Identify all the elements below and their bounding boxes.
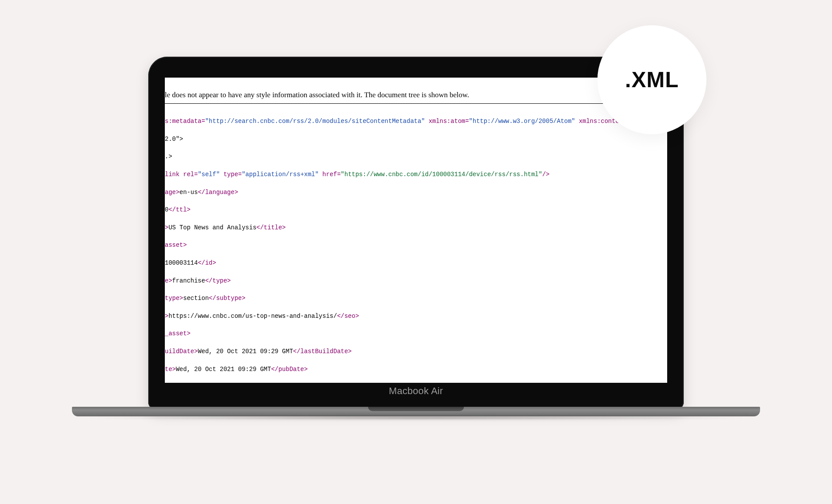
xml-asset-open: asset> xyxy=(165,241,667,249)
browser-no-style-notice: le does not appear to have any style inf… xyxy=(165,86,667,104)
xml-channel-pubdate: te>Wed, 20 Oct 2021 09:29 GMT</pubDate> xyxy=(165,365,667,374)
laptop-lid: le does not appear to have any style inf… xyxy=(148,57,684,410)
xml-asset-subtype: type>section</subtype> xyxy=(165,294,667,303)
xml-asset-type: e>franchise</type> xyxy=(165,276,667,285)
xml-version: 2.0"> xyxy=(165,135,667,143)
xml-ttl: 0</ttl> xyxy=(165,205,667,214)
xml-root-ns: s:metadata="http://search.cnbc.com/rss/2… xyxy=(165,117,667,126)
xml-asset-close: _asset> xyxy=(165,329,667,338)
laptop-mock: le does not appear to have any style inf… xyxy=(148,57,684,421)
xml-atom-link: link rel="self" type="application/rss+xm… xyxy=(165,170,667,179)
xml-asset-id: 100003114</id> xyxy=(165,259,667,267)
xml-lastbuild: uildDate>Wed, 20 Oct 2021 09:29 GMT</las… xyxy=(165,347,667,356)
laptop-shadow xyxy=(68,415,764,420)
laptop-chin-label: Macbook Air xyxy=(389,385,443,397)
xml-document: le does not appear to have any style inf… xyxy=(165,78,667,383)
xml-asset-seo: >https://www.cnbc.com/us-top-news-and-an… xyxy=(165,312,667,320)
laptop-screen: le does not appear to have any style inf… xyxy=(165,78,667,383)
stage: .XML le does not appear to have any styl… xyxy=(0,0,832,504)
laptop-base xyxy=(72,407,760,416)
xml-language: age>en-us</language> xyxy=(165,188,667,197)
xml-blank-close: .> xyxy=(165,152,667,161)
xml-channel-title: >US Top News and Analysis</title> xyxy=(165,223,667,232)
laptop-chin: Macbook Air xyxy=(148,383,684,399)
xml-badge: .XML xyxy=(597,25,706,134)
xml-badge-label: .XML xyxy=(625,67,679,92)
